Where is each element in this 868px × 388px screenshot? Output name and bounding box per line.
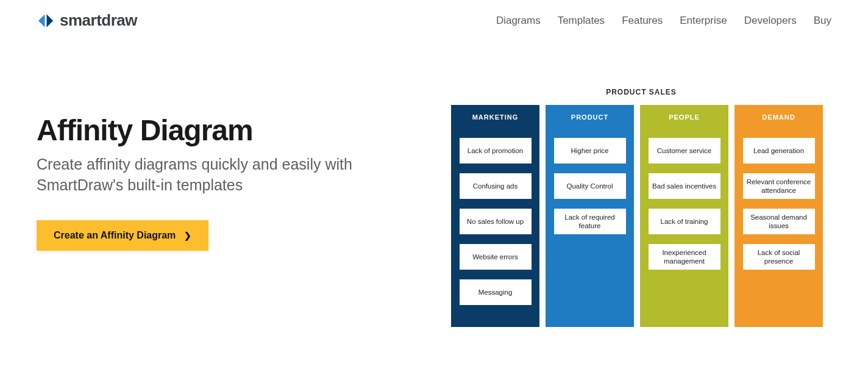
diagram-card: Inexperienced management bbox=[649, 244, 720, 270]
hero-copy: Affinity Diagram Create affinity diagram… bbox=[37, 88, 427, 327]
logo-text: smartdraw bbox=[60, 11, 137, 30]
create-diagram-button[interactable]: Create an Affinity Diagram ❯ bbox=[37, 220, 208, 251]
chevron-right-icon: ❯ bbox=[184, 231, 191, 240]
diagram-card: Confusing ads bbox=[460, 173, 532, 199]
diagram-card: Lead generation bbox=[743, 138, 815, 163]
diagram-card: Messaging bbox=[460, 279, 532, 305]
cta-label: Create an Affinity Diagram bbox=[54, 230, 176, 241]
diagram-card: Relevant conference attendance bbox=[743, 173, 815, 199]
page-title: Affinity Diagram bbox=[37, 115, 427, 146]
page-subtitle: Create affinity diagrams quickly and eas… bbox=[37, 154, 427, 196]
diagram-card: Website errors bbox=[460, 244, 532, 270]
logo-icon bbox=[37, 12, 55, 30]
main-nav: Diagrams Templates Features Enterprise D… bbox=[496, 15, 831, 27]
diagram-card: Customer service bbox=[649, 138, 720, 163]
diagram-card: Lack of social presence bbox=[743, 244, 815, 270]
diagram-card: No sales follow up bbox=[460, 209, 532, 234]
diagram-columns: MARKETING Lack of promotion Confusing ad… bbox=[451, 105, 831, 327]
diagram-card: Seasonal demand issues bbox=[743, 209, 815, 234]
nav-diagrams[interactable]: Diagrams bbox=[496, 15, 541, 27]
logo[interactable]: smartdraw bbox=[37, 11, 137, 30]
diagram-card: Lack of training bbox=[649, 209, 720, 234]
nav-enterprise[interactable]: Enterprise bbox=[680, 15, 727, 27]
nav-templates[interactable]: Templates bbox=[558, 15, 605, 27]
column-header: MARKETING bbox=[472, 113, 519, 121]
site-header: smartdraw Diagrams Templates Features En… bbox=[0, 0, 868, 30]
diagram-card: Bad sales incentives bbox=[649, 173, 720, 199]
diagram-card: Higher price bbox=[554, 138, 626, 163]
nav-developers[interactable]: Developers bbox=[744, 15, 797, 27]
diagram-card: Lack of promotion bbox=[460, 138, 532, 163]
hero-section: Affinity Diagram Create affinity diagram… bbox=[0, 30, 868, 327]
diagram-card: Quality Control bbox=[554, 173, 626, 199]
svg-marker-1 bbox=[46, 13, 53, 28]
column-people: PEOPLE Customer service Bad sales incent… bbox=[640, 105, 728, 327]
column-product: PRODUCT Higher price Quality Control Lac… bbox=[546, 105, 634, 327]
diagram-title: PRODUCT SALES bbox=[451, 88, 831, 96]
diagram-card: Lack of required feature bbox=[554, 209, 626, 234]
column-demand: DEMAND Lead generation Relevant conferen… bbox=[735, 105, 823, 327]
example-diagram: PRODUCT SALES MARKETING Lack of promotio… bbox=[451, 88, 831, 327]
svg-rect-2 bbox=[45, 13, 47, 28]
column-header: DEMAND bbox=[762, 113, 795, 121]
nav-buy[interactable]: Buy bbox=[814, 15, 831, 27]
column-marketing: MARKETING Lack of promotion Confusing ad… bbox=[451, 105, 539, 327]
column-header: PEOPLE bbox=[669, 113, 700, 121]
nav-features[interactable]: Features bbox=[622, 15, 663, 27]
column-header: PRODUCT bbox=[571, 113, 608, 121]
